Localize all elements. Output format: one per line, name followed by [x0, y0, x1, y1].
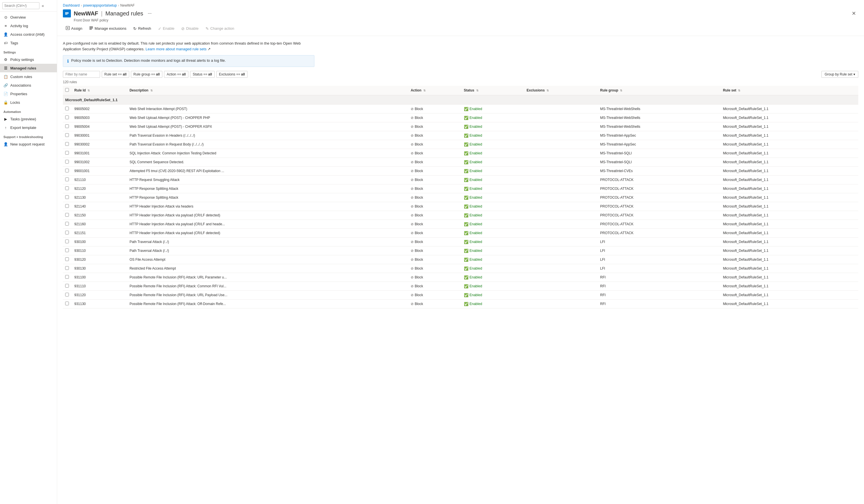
row-checkbox-cell[interactable] — [63, 158, 72, 167]
rule-group-header[interactable]: Rule group ⇅ — [598, 86, 721, 95]
row-checkbox-cell[interactable] — [63, 131, 72, 140]
table-row[interactable]: 921120 HTTP Response Splitting Attack ⊘ … — [63, 184, 858, 193]
table-row[interactable]: 931120 Possible Remote File Inclusion (R… — [63, 291, 858, 300]
learn-more-link[interactable]: Learn more about managed rule sets — [145, 47, 206, 51]
table-row[interactable]: 99005003 Web Shell Upload Attempt (POST)… — [63, 113, 858, 122]
select-all-checkbox[interactable] — [65, 88, 69, 92]
row-checkbox-cell[interactable] — [63, 273, 72, 282]
row-checkbox-cell[interactable] — [63, 122, 72, 131]
row-checkbox[interactable] — [65, 116, 69, 119]
row-checkbox-cell[interactable] — [63, 229, 72, 238]
row-checkbox-cell[interactable] — [63, 255, 72, 264]
row-checkbox-cell[interactable] — [63, 140, 72, 149]
sidebar-item-associations[interactable]: 🔗 Associations — [0, 81, 57, 89]
table-row[interactable]: 99005002 Web Shell Interaction Attempt (… — [63, 105, 858, 113]
table-row[interactable]: 931110 Possible Remote File Inclusion (R… — [63, 282, 858, 291]
breadcrumb-portal[interactable]: powerappsportalsetup — [83, 3, 117, 8]
sidebar-item-new-support[interactable]: 👤 New support request — [0, 140, 57, 148]
table-row[interactable]: 921150 HTTP Header Injection Attack via … — [63, 211, 858, 220]
row-checkbox[interactable] — [65, 160, 69, 164]
close-button[interactable]: ✕ — [849, 9, 858, 18]
row-checkbox[interactable] — [65, 133, 69, 137]
exclusions-header[interactable]: Exclusions ⇅ — [525, 86, 598, 95]
assign-button[interactable]: Assign — [63, 25, 85, 32]
change-action-button[interactable]: ✎ Change action — [203, 25, 237, 32]
row-checkbox[interactable] — [65, 178, 69, 181]
row-checkbox[interactable] — [65, 151, 69, 155]
group-by-button[interactable]: Group by Rule set ▾ — [821, 71, 858, 78]
table-row[interactable]: 921151 HTTP Header Injection Attack via … — [63, 229, 858, 238]
row-checkbox-cell[interactable] — [63, 291, 72, 300]
row-checkbox-cell[interactable] — [63, 282, 72, 291]
rule-set-header[interactable]: Rule set ⇅ — [721, 86, 858, 95]
sidebar-item-export-template[interactable]: ↑ Export template — [0, 123, 57, 132]
breadcrumb-dashboard[interactable]: Dashboard — [63, 3, 80, 8]
select-all-header[interactable] — [63, 86, 72, 95]
search-input[interactable] — [2, 2, 39, 9]
row-checkbox[interactable] — [65, 249, 69, 252]
status-header[interactable]: Status ⇅ — [461, 86, 525, 95]
table-row[interactable]: 921110 HTTP Request Smuggling Attack ⊘ B… — [63, 176, 858, 184]
row-checkbox-cell[interactable] — [63, 149, 72, 158]
table-row[interactable]: 99031001 SQL Injection Attack: Common In… — [63, 149, 858, 158]
table-row[interactable]: 99001001 Attempted F5 tmui (CVE-2020-590… — [63, 167, 858, 176]
table-row[interactable]: 99031002 SQL Comment Sequence Detected. … — [63, 158, 858, 167]
row-checkbox-cell[interactable] — [63, 193, 72, 202]
row-checkbox[interactable] — [65, 107, 69, 110]
row-checkbox-cell[interactable] — [63, 238, 72, 247]
row-checkbox-cell[interactable] — [63, 211, 72, 220]
exclusions-filter-button[interactable]: Exclusions == all — [216, 71, 248, 78]
table-row[interactable]: 930110 Path Traversal Attack (/../) ⊘ Bl… — [63, 247, 858, 255]
more-options-button[interactable]: ··· — [146, 10, 153, 16]
row-checkbox-cell[interactable] — [63, 105, 72, 113]
sidebar-item-locks[interactable]: 🔒 Locks — [0, 98, 57, 107]
row-checkbox[interactable] — [65, 124, 69, 128]
rule-id-header[interactable]: Rule Id ⇅ — [72, 86, 127, 95]
row-checkbox-cell[interactable] — [63, 202, 72, 211]
enable-button[interactable]: ✓ Enable — [155, 25, 177, 32]
row-checkbox[interactable] — [65, 284, 69, 288]
table-row[interactable]: 930130 Restricted File Access Attempt ⊘ … — [63, 264, 858, 273]
row-checkbox-cell[interactable] — [63, 300, 72, 309]
table-row[interactable]: 930120 OS File Access Attempt ⊘ Block ✅ … — [63, 255, 858, 264]
row-checkbox-cell[interactable] — [63, 264, 72, 273]
table-row[interactable]: 930100 Path Traversal Attack (/../) ⊘ Bl… — [63, 238, 858, 247]
row-checkbox-cell[interactable] — [63, 247, 72, 255]
row-checkbox[interactable] — [65, 231, 69, 235]
row-checkbox[interactable] — [65, 204, 69, 208]
row-checkbox[interactable] — [65, 195, 69, 199]
table-row[interactable]: 921140 HTTP Header Injection Attack via … — [63, 202, 858, 211]
row-checkbox[interactable] — [65, 187, 69, 190]
table-row[interactable]: 99030002 Path Traversal Evasion in Reque… — [63, 140, 858, 149]
table-row[interactable]: 921160 HTTP Header Injection Attack via … — [63, 220, 858, 229]
sidebar-item-properties[interactable]: 📄 Properties — [0, 89, 57, 98]
filter-by-name-input[interactable] — [63, 71, 100, 78]
row-checkbox[interactable] — [65, 275, 69, 279]
row-checkbox-cell[interactable] — [63, 167, 72, 176]
manage-exclusions-button[interactable]: Manage exclusions — [86, 25, 129, 32]
rule-group-filter-button[interactable]: Rule group == all — [131, 71, 162, 78]
table-row[interactable]: 921130 HTTP Response Splitting Attack ⊘ … — [63, 193, 858, 202]
row-checkbox[interactable] — [65, 222, 69, 226]
sidebar-item-access-control[interactable]: 👤 Access control (IAM) — [0, 30, 57, 39]
row-checkbox[interactable] — [65, 240, 69, 243]
row-checkbox[interactable] — [65, 213, 69, 217]
sidebar-item-overview[interactable]: ⊙ Overview — [0, 13, 57, 22]
row-checkbox-cell[interactable] — [63, 220, 72, 229]
row-checkbox[interactable] — [65, 266, 69, 270]
sidebar-item-policy-settings[interactable]: ⚙ Policy settings — [0, 55, 57, 64]
sidebar-item-tags[interactable]: 🏷 Tags — [0, 39, 57, 47]
row-checkbox-cell[interactable] — [63, 184, 72, 193]
row-checkbox[interactable] — [65, 142, 69, 146]
row-checkbox[interactable] — [65, 302, 69, 305]
disable-button[interactable]: ⊘ Disable — [178, 25, 201, 32]
table-row[interactable]: 99005004 Web Shell Upload Attempt (POST)… — [63, 122, 858, 131]
row-checkbox[interactable] — [65, 169, 69, 172]
table-row[interactable]: 99030001 Path Traversal Evasion in Heade… — [63, 131, 858, 140]
table-row[interactable]: 931130 Possible Remote File Inclusion (R… — [63, 300, 858, 309]
row-checkbox-cell[interactable] — [63, 176, 72, 184]
sidebar-item-custom-rules[interactable]: 📋 Custom rules — [0, 72, 57, 81]
sidebar-collapse-button[interactable]: « — [40, 3, 45, 9]
row-checkbox[interactable] — [65, 293, 69, 297]
sidebar-item-tasks[interactable]: ▶ Tasks (preview) — [0, 115, 57, 123]
